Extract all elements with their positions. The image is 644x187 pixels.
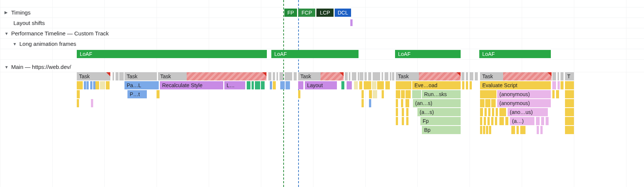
flame-entry[interactable] [486, 126, 488, 134]
flame-entry[interactable] [377, 81, 384, 89]
flame-entry[interactable] [492, 108, 494, 116]
task-block[interactable] [382, 72, 383, 80]
flame-entry[interactable] [341, 81, 344, 89]
flame-entry[interactable] [347, 81, 352, 89]
task-block[interactable]: Task [480, 72, 503, 80]
loaf-block[interactable]: LoAF [77, 50, 267, 58]
task-block[interactable] [116, 72, 119, 80]
layout-shift-bar[interactable] [350, 19, 353, 26]
flame-entry[interactable] [540, 126, 543, 134]
flame-entry[interactable] [517, 126, 519, 134]
flame-entry[interactable] [282, 81, 285, 89]
flame-entry[interactable] [298, 90, 300, 98]
flame-entry[interactable]: Recalculate Style [160, 81, 223, 89]
flame-entry[interactable] [561, 81, 564, 89]
flame-entry[interactable] [505, 117, 508, 125]
flame-entry[interactable]: Run…sks [422, 90, 461, 98]
flame-entry[interactable] [466, 81, 468, 89]
task-block[interactable] [558, 72, 559, 80]
flame-entry[interactable] [91, 99, 93, 107]
flame-entry[interactable] [247, 81, 250, 89]
task-block[interactable] [475, 72, 478, 80]
flame-entry[interactable] [405, 99, 409, 107]
task-block[interactable] [561, 72, 564, 80]
flame-entry[interactable] [373, 90, 377, 98]
flame-entry[interactable]: L… [224, 81, 245, 89]
loaf-block[interactable]: LoAF [271, 50, 359, 58]
flame-entry[interactable]: (an…s) [413, 99, 461, 107]
flame-entry[interactable]: (anonymous) [497, 99, 551, 107]
flame-entry[interactable] [480, 90, 496, 98]
task-block[interactable] [419, 72, 461, 80]
flame-entry[interactable] [565, 99, 574, 107]
flame-entry[interactable] [565, 90, 574, 98]
flame-entry[interactable] [484, 108, 487, 116]
flame-entry[interactable]: Bp [422, 126, 461, 134]
flame-entry[interactable] [402, 108, 404, 116]
flame-entry[interactable] [489, 126, 491, 134]
flame-entry[interactable] [369, 99, 371, 107]
task-block[interactable]: Task [158, 72, 187, 80]
task-block[interactable] [368, 72, 371, 80]
task-block[interactable] [113, 72, 114, 80]
flame-entry[interactable] [558, 81, 560, 89]
flame-entry[interactable] [396, 108, 398, 116]
flame-entry[interactable] [485, 99, 490, 107]
task-block[interactable] [470, 72, 473, 80]
flame-entry[interactable] [556, 90, 559, 98]
flame-entry[interactable] [405, 90, 411, 98]
task-block[interactable]: Task [124, 72, 157, 80]
loaf-block[interactable]: LoAF [479, 50, 551, 58]
task-block[interactable] [268, 72, 271, 80]
task-block[interactable] [345, 72, 348, 80]
flame-entry[interactable] [372, 81, 376, 89]
layout-shifts-label[interactable]: Layout shifts [0, 18, 45, 28]
flame-entry[interactable] [565, 126, 574, 134]
performance-timeline-header[interactable]: ▼ Performance Timeline — Custom Track [0, 28, 644, 39]
loaf-header[interactable]: ▼ Long animation frames [0, 39, 644, 49]
task-block[interactable] [385, 72, 388, 80]
flame-entry[interactable] [369, 90, 372, 98]
task-block[interactable] [364, 72, 367, 80]
flame-entry[interactable] [261, 81, 265, 89]
flame-entry[interactable] [480, 117, 482, 125]
flame-entry[interactable] [157, 90, 160, 98]
flame-entry[interactable] [106, 81, 110, 89]
flame-entry[interactable] [491, 117, 493, 125]
task-block[interactable] [503, 72, 552, 80]
flame-entry[interactable] [462, 81, 464, 89]
task-block[interactable] [461, 72, 464, 80]
flame-entry[interactable] [480, 126, 482, 134]
task-block[interactable] [552, 72, 556, 80]
disclosure-down-icon[interactable]: ▼ [4, 31, 9, 36]
flame-entry[interactable] [77, 81, 83, 89]
flame-entry[interactable] [565, 108, 574, 116]
flame-entry[interactable] [552, 90, 555, 98]
flame-entry[interactable]: (anonymous) [497, 90, 551, 98]
task-block[interactable] [466, 72, 468, 80]
main-label[interactable]: ▼ Main — https://web.dev/ [0, 62, 71, 72]
flame-entry[interactable]: (a…s) [417, 108, 461, 116]
flame-entry[interactable] [541, 117, 544, 125]
fcp-badge[interactable]: FCP [298, 9, 315, 17]
disclosure-down-icon[interactable]: ▼ [13, 42, 17, 46]
flame-entry[interactable]: Pa…L [124, 81, 159, 89]
flame-entry[interactable] [90, 81, 92, 89]
disclosure-down-icon[interactable]: ▼ [4, 65, 9, 69]
flame-entry[interactable] [362, 90, 364, 98]
flame-entry[interactable] [362, 99, 364, 107]
task-block[interactable] [187, 72, 266, 80]
timings-track[interactable]: ▶ Timings FPFCPLCPDCL [0, 7, 644, 18]
flame-entry[interactable] [270, 81, 272, 89]
task-block[interactable]: T [565, 72, 574, 80]
performance-timeline-label[interactable]: ▼ Performance Timeline — Custom Track [0, 28, 109, 38]
flame-entry[interactable] [255, 81, 260, 89]
flame-entry[interactable] [565, 81, 574, 89]
loaf-label[interactable]: ▼ Long animation frames [0, 39, 76, 49]
task-block[interactable] [358, 72, 359, 80]
task-block[interactable]: Task [396, 72, 419, 80]
flame-entry[interactable] [488, 108, 490, 116]
flame-entry[interactable] [364, 81, 371, 89]
flame-entry[interactable] [499, 108, 506, 116]
flame-entry[interactable]: Eve…oad [412, 81, 461, 89]
